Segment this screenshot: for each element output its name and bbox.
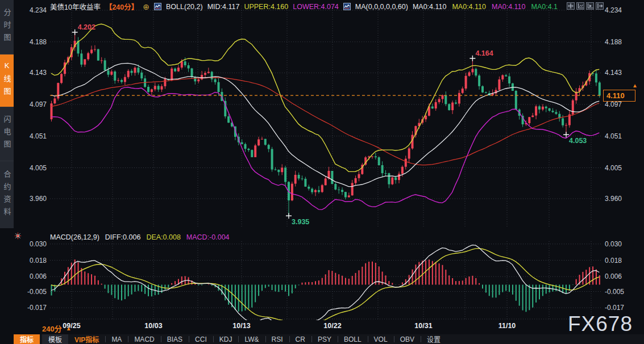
svg-text:4.051: 4.051: [30, 132, 47, 140]
sidebar-item-3[interactable]: 闪电图: [0, 107, 14, 161]
macd-hist-value: MACD:-0.004: [186, 233, 230, 241]
svg-text:-0.017: -0.017: [605, 304, 624, 312]
svg-text:3.960: 3.960: [605, 195, 622, 203]
toolbar-item-CCI[interactable]: CCI: [189, 334, 213, 344]
mini-chart-icon: [154, 3, 161, 11]
svg-text:3.960: 3.960: [30, 195, 47, 203]
svg-text:4.053: 4.053: [569, 137, 587, 145]
svg-text:4.097: 4.097: [605, 100, 622, 108]
boll-upper-value: UPPER:4.160: [244, 3, 288, 11]
ma-value-1: MA0:4.110: [413, 3, 447, 11]
svg-text:-0.017: -0.017: [27, 304, 47, 312]
toolbar-item-模板[interactable]: 模板: [42, 334, 68, 344]
period-label[interactable]: 【240分】: [105, 1, 138, 12]
price-up-arrow-icon: ▲: [632, 82, 638, 89]
toolbar-item-MA[interactable]: MA: [105, 334, 128, 344]
toolbar-item-RSI[interactable]: RSI: [265, 334, 289, 344]
svg-text:11/10: 11/10: [498, 322, 516, 330]
toolbar-item-VOL[interactable]: VOL: [368, 334, 394, 344]
toolbar-item-KDJ[interactable]: KDJ: [213, 334, 239, 344]
toolbar-item-OBV[interactable]: OBV: [394, 334, 421, 344]
svg-text:10/13: 10/13: [232, 322, 250, 330]
ma-value-4: MA0:4.1: [531, 3, 558, 11]
trading-app: 4.2024.1643.9354.0534.2344.2344.1884.188…: [0, 0, 644, 344]
sidebar: 分时图K线图闪电图合约资料: [0, 0, 14, 228]
bottom-toolbar: 指标模板VIP指标MAMACDBIASCCIKDJLW&RSICRPSYBOLL…: [14, 334, 644, 344]
macd-diff-value: DIFF:0.006: [105, 233, 141, 241]
toolbar-item-BIAS[interactable]: BIAS: [161, 334, 189, 344]
boll-lower-value: LOWER:4.074: [293, 3, 339, 11]
up-arrow-icon: ▲: [66, 325, 72, 332]
axis-play-icon[interactable]: [586, 2, 594, 10]
svg-text:4.234: 4.234: [30, 6, 47, 14]
svg-text:4.164: 4.164: [475, 49, 493, 57]
toolbar-item-VIP指标[interactable]: VIP指标: [68, 334, 105, 344]
window-controls: [567, 2, 604, 10]
toolbar-item-CR[interactable]: CR: [289, 334, 311, 344]
circle-plus-icon[interactable]: ⊕: [143, 3, 149, 10]
current-price-badge: 4.110: [603, 90, 635, 102]
svg-text:4.005: 4.005: [30, 164, 47, 172]
svg-text:3.935: 3.935: [292, 218, 309, 226]
svg-text:4.143: 4.143: [605, 69, 622, 77]
macd-header: MACD(26,12,9) DIFF:0.006 DEA:0.008 MACD:…: [50, 233, 230, 241]
svg-text:0.030: 0.030: [605, 240, 622, 248]
svg-text:10/22: 10/22: [323, 322, 341, 330]
toolbar-item-LW&[interactable]: LW&: [238, 334, 265, 344]
svg-text:4.234: 4.234: [605, 6, 622, 14]
boll-mid-value: MID:4.117: [207, 3, 240, 11]
svg-text:10/03: 10/03: [144, 322, 162, 330]
sidebar-item-2[interactable]: K线图: [0, 54, 14, 107]
timeframe-label: 240分: [42, 323, 62, 334]
ma-value-2: MA0:4.110: [452, 3, 486, 11]
svg-text:4.202: 4.202: [78, 23, 95, 31]
toolbar-item-BOLL[interactable]: BOLL: [338, 334, 368, 344]
svg-text:4.188: 4.188: [30, 38, 47, 46]
live-dot-icon[interactable]: [14, 232, 22, 242]
svg-text:0.006: 0.006: [605, 272, 622, 280]
toolbar-item-MACD[interactable]: MACD: [128, 334, 160, 344]
collapse-right-icon[interactable]: [596, 2, 604, 10]
mini-chart-icon: [343, 3, 351, 11]
svg-text:0.030: 0.030: [30, 240, 47, 248]
macd-name: MACD(26,12,9): [50, 233, 99, 241]
sidebar-item-1[interactable]: 分时图: [0, 0, 14, 54]
candlestick-chart[interactable]: 4.2024.1643.9354.0534.2344.2344.1884.188…: [0, 0, 644, 344]
axis-frame-icon[interactable]: [576, 2, 584, 10]
grid-lines: [50, 6, 601, 319]
svg-text:0.006: 0.006: [30, 272, 47, 280]
svg-text:-0.005: -0.005: [605, 288, 624, 296]
toolbar-item-指标[interactable]: 指标: [14, 334, 40, 344]
macd-dea-value: DEA:0.008: [146, 233, 180, 241]
sidebar-item-4[interactable]: 合约资料: [0, 161, 14, 229]
toolbar-item-PSY[interactable]: PSY: [311, 334, 338, 344]
svg-text:-0.005: -0.005: [27, 288, 47, 296]
svg-text:4.005: 4.005: [605, 164, 622, 172]
ma-values: MA0:4.110MA0:4.110MA0:4.110MA0:4.1: [413, 3, 558, 11]
candles-layer: [51, 32, 601, 216]
brand-watermark: FX678: [568, 312, 633, 336]
ma-value-3: MA0:4.110: [492, 3, 526, 11]
svg-text:0.018: 0.018: [30, 257, 47, 265]
svg-text:4.188: 4.188: [605, 38, 622, 46]
pan-icon[interactable]: [567, 2, 575, 10]
svg-text:4.051: 4.051: [605, 132, 622, 140]
macd-layer: [51, 245, 600, 328]
ma-label: MA(0,0,0,0,0,60): [355, 3, 408, 11]
timeframe-indicator[interactable]: 240分 ▲: [42, 323, 72, 334]
svg-text:0.018: 0.018: [605, 257, 622, 265]
page-title: 美债10年收益率: [50, 1, 101, 12]
indicator-header: 美债10年收益率 【240分】 ⊕ BOLL(20,2) MID:4.117 U…: [50, 2, 558, 11]
price-annotations: 4.2024.1643.9354.053: [72, 23, 587, 226]
svg-text:4.143: 4.143: [30, 69, 47, 77]
boll-label: BOLL(20,2): [166, 3, 203, 11]
svg-text:4.097: 4.097: [30, 100, 47, 108]
svg-text:10/31: 10/31: [414, 322, 432, 330]
toolbar-item-设置[interactable]: 设置: [421, 334, 447, 344]
